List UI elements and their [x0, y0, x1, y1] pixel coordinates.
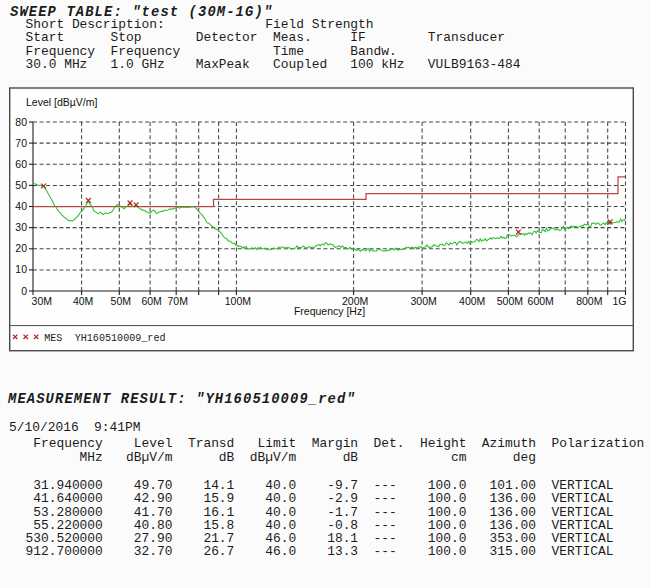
svg-text:400M: 400M	[459, 295, 485, 307]
svg-text:YH160510009_red: YH160510009_red	[75, 333, 166, 344]
svg-text:50: 50	[15, 179, 27, 191]
svg-text:20: 20	[15, 242, 27, 254]
svg-text:30: 30	[15, 221, 27, 233]
svg-text:70M: 70M	[167, 295, 187, 307]
svg-text:70: 70	[15, 137, 27, 149]
svg-text:MES: MES	[44, 333, 62, 344]
svg-text:500M: 500M	[497, 295, 523, 307]
svg-text:1G: 1G	[612, 295, 626, 307]
svg-text:60: 60	[15, 158, 27, 170]
svg-text:80: 80	[15, 116, 27, 128]
svg-text:60M: 60M	[141, 295, 161, 307]
svg-text:Level [dBµV/m]: Level [dBµV/m]	[26, 96, 97, 108]
svg-text:40: 40	[15, 200, 27, 212]
svg-text:800M: 800M	[576, 295, 602, 307]
svg-text:Frequency [Hz]: Frequency [Hz]	[294, 305, 365, 317]
svg-text:10: 10	[15, 263, 27, 275]
svg-text:600M: 600M	[528, 295, 554, 307]
svg-text:300M: 300M	[410, 295, 436, 307]
svg-text:0: 0	[21, 285, 27, 297]
svg-text:30M: 30M	[32, 295, 52, 307]
svg-text:40M: 40M	[73, 295, 93, 307]
svg-text:50M: 50M	[111, 295, 131, 307]
svg-text:100M: 100M	[225, 295, 251, 307]
